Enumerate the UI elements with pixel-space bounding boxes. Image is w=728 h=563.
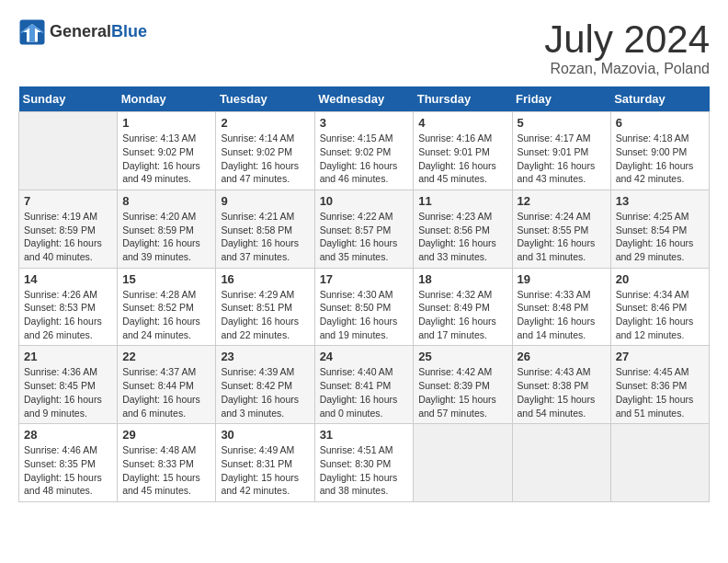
day-info: Sunrise: 4:36 AM Sunset: 8:45 PM Dayligh… <box>24 365 112 419</box>
calendar-cell: 2Sunrise: 4:14 AM Sunset: 9:02 PM Daylig… <box>216 112 314 190</box>
weekday-header-saturday: Saturday <box>610 86 709 112</box>
day-number: 18 <box>418 272 506 286</box>
day-info: Sunrise: 4:16 AM Sunset: 9:01 PM Dayligh… <box>418 132 506 186</box>
day-number: 13 <box>616 194 704 208</box>
day-number: 15 <box>122 272 210 286</box>
day-number: 3 <box>320 116 409 130</box>
calendar-cell: 27Sunrise: 4:45 AM Sunset: 8:36 PM Dayli… <box>610 346 709 424</box>
weekday-header-tuesday: Tuesday <box>216 86 314 112</box>
calendar-cell: 3Sunrise: 4:15 AM Sunset: 9:02 PM Daylig… <box>314 112 414 190</box>
calendar-cell: 26Sunrise: 4:43 AM Sunset: 8:38 PM Dayli… <box>512 346 610 424</box>
day-number: 9 <box>221 194 309 208</box>
calendar-cell <box>19 112 118 190</box>
calendar-week-5: 28Sunrise: 4:46 AM Sunset: 8:35 PM Dayli… <box>19 424 710 502</box>
day-number: 22 <box>122 350 210 363</box>
day-info: Sunrise: 4:42 AM Sunset: 8:39 PM Dayligh… <box>418 365 506 419</box>
day-info: Sunrise: 4:32 AM Sunset: 8:49 PM Dayligh… <box>418 288 506 342</box>
calendar-cell: 28Sunrise: 4:46 AM Sunset: 8:35 PM Dayli… <box>19 424 118 502</box>
title-section: July 2024 Rozan, Mazovia, Poland <box>544 18 710 77</box>
weekday-header-monday: Monday <box>118 86 216 112</box>
calendar-cell: 16Sunrise: 4:29 AM Sunset: 8:51 PM Dayli… <box>216 268 314 346</box>
day-number: 29 <box>122 428 210 442</box>
calendar-week-2: 7Sunrise: 4:19 AM Sunset: 8:59 PM Daylig… <box>19 190 710 268</box>
weekday-header-friday: Friday <box>512 86 610 112</box>
weekday-header-sunday: Sunday <box>19 86 118 112</box>
day-info: Sunrise: 4:43 AM Sunset: 8:38 PM Dayligh… <box>518 365 606 419</box>
calendar-cell: 22Sunrise: 4:37 AM Sunset: 8:44 PM Dayli… <box>118 346 216 424</box>
day-number: 17 <box>320 272 409 286</box>
calendar-cell: 1Sunrise: 4:13 AM Sunset: 9:02 PM Daylig… <box>118 112 216 190</box>
calendar-cell: 10Sunrise: 4:22 AM Sunset: 8:57 PM Dayli… <box>314 190 414 268</box>
day-info: Sunrise: 4:48 AM Sunset: 8:33 PM Dayligh… <box>122 443 210 498</box>
calendar-cell: 17Sunrise: 4:30 AM Sunset: 8:50 PM Dayli… <box>314 268 414 346</box>
day-info: Sunrise: 4:40 AM Sunset: 8:41 PM Dayligh… <box>320 365 409 419</box>
day-info: Sunrise: 4:39 AM Sunset: 8:42 PM Dayligh… <box>221 365 309 419</box>
calendar-cell: 24Sunrise: 4:40 AM Sunset: 8:41 PM Dayli… <box>314 346 414 424</box>
calendar-cell: 12Sunrise: 4:24 AM Sunset: 8:55 PM Dayli… <box>512 190 610 268</box>
day-number: 10 <box>320 194 409 208</box>
calendar-cell: 5Sunrise: 4:17 AM Sunset: 9:01 PM Daylig… <box>512 112 610 190</box>
calendar-cell: 18Sunrise: 4:32 AM Sunset: 8:49 PM Dayli… <box>414 268 512 346</box>
day-info: Sunrise: 4:30 AM Sunset: 8:50 PM Dayligh… <box>320 288 409 342</box>
logo-general: GeneralBlue <box>50 23 147 41</box>
calendar-cell: 13Sunrise: 4:25 AM Sunset: 8:54 PM Dayli… <box>610 190 709 268</box>
day-info: Sunrise: 4:20 AM Sunset: 8:59 PM Dayligh… <box>122 210 210 264</box>
weekday-header-thursday: Thursday <box>414 86 512 112</box>
day-number: 28 <box>24 428 112 442</box>
calendar-cell <box>414 424 512 502</box>
day-number: 1 <box>122 116 210 130</box>
day-number: 23 <box>221 350 309 363</box>
day-info: Sunrise: 4:21 AM Sunset: 8:58 PM Dayligh… <box>221 210 309 264</box>
day-number: 16 <box>221 272 309 286</box>
calendar-cell: 6Sunrise: 4:18 AM Sunset: 9:00 PM Daylig… <box>610 112 709 190</box>
day-number: 4 <box>418 116 506 130</box>
logo: GeneralBlue <box>18 18 147 46</box>
day-info: Sunrise: 4:34 AM Sunset: 8:46 PM Dayligh… <box>616 288 704 342</box>
calendar-cell: 11Sunrise: 4:23 AM Sunset: 8:56 PM Dayli… <box>414 190 512 268</box>
calendar-cell: 31Sunrise: 4:51 AM Sunset: 8:30 PM Dayli… <box>314 424 414 502</box>
day-info: Sunrise: 4:17 AM Sunset: 9:01 PM Dayligh… <box>518 132 606 186</box>
day-number: 21 <box>24 350 112 363</box>
day-info: Sunrise: 4:23 AM Sunset: 8:56 PM Dayligh… <box>418 210 506 264</box>
calendar-cell <box>610 424 709 502</box>
day-number: 31 <box>320 428 409 442</box>
calendar-cell: 30Sunrise: 4:49 AM Sunset: 8:31 PM Dayli… <box>216 424 314 502</box>
logo-icon <box>18 18 46 46</box>
calendar-cell: 19Sunrise: 4:33 AM Sunset: 8:48 PM Dayli… <box>512 268 610 346</box>
month-title: July 2024 <box>544 18 710 61</box>
calendar-cell: 8Sunrise: 4:20 AM Sunset: 8:59 PM Daylig… <box>118 190 216 268</box>
calendar-cell <box>512 424 610 502</box>
day-number: 5 <box>518 116 606 130</box>
day-number: 7 <box>24 194 112 208</box>
day-number: 6 <box>616 116 704 130</box>
weekday-header-row: SundayMondayTuesdayWednesdayThursdayFrid… <box>19 86 710 112</box>
weekday-header-wednesday: Wednesday <box>314 86 414 112</box>
day-info: Sunrise: 4:14 AM Sunset: 9:02 PM Dayligh… <box>221 132 309 186</box>
calendar-cell: 25Sunrise: 4:42 AM Sunset: 8:39 PM Dayli… <box>414 346 512 424</box>
calendar-week-1: 1Sunrise: 4:13 AM Sunset: 9:02 PM Daylig… <box>19 112 710 190</box>
day-info: Sunrise: 4:19 AM Sunset: 8:59 PM Dayligh… <box>24 210 112 264</box>
day-info: Sunrise: 4:33 AM Sunset: 8:48 PM Dayligh… <box>518 288 606 342</box>
day-info: Sunrise: 4:24 AM Sunset: 8:55 PM Dayligh… <box>518 210 606 264</box>
calendar-cell: 29Sunrise: 4:48 AM Sunset: 8:33 PM Dayli… <box>118 424 216 502</box>
day-info: Sunrise: 4:51 AM Sunset: 8:30 PM Dayligh… <box>320 443 409 498</box>
day-number: 14 <box>24 272 112 286</box>
day-info: Sunrise: 4:22 AM Sunset: 8:57 PM Dayligh… <box>320 210 409 264</box>
day-number: 24 <box>320 350 409 363</box>
day-info: Sunrise: 4:49 AM Sunset: 8:31 PM Dayligh… <box>221 443 309 498</box>
day-info: Sunrise: 4:45 AM Sunset: 8:36 PM Dayligh… <box>616 365 704 419</box>
day-number: 11 <box>418 194 506 208</box>
day-info: Sunrise: 4:28 AM Sunset: 8:52 PM Dayligh… <box>122 288 210 342</box>
day-number: 30 <box>221 428 309 442</box>
day-info: Sunrise: 4:15 AM Sunset: 9:02 PM Dayligh… <box>320 132 409 186</box>
calendar-week-4: 21Sunrise: 4:36 AM Sunset: 8:45 PM Dayli… <box>19 346 710 424</box>
location-subtitle: Rozan, Mazovia, Poland <box>544 61 710 77</box>
day-info: Sunrise: 4:26 AM Sunset: 8:53 PM Dayligh… <box>24 288 112 342</box>
page-header: GeneralBlue July 2024 Rozan, Mazovia, Po… <box>18 18 710 77</box>
day-number: 2 <box>221 116 309 130</box>
day-info: Sunrise: 4:46 AM Sunset: 8:35 PM Dayligh… <box>24 443 112 498</box>
calendar-cell: 14Sunrise: 4:26 AM Sunset: 8:53 PM Dayli… <box>19 268 118 346</box>
calendar-cell: 4Sunrise: 4:16 AM Sunset: 9:01 PM Daylig… <box>414 112 512 190</box>
calendar-table: SundayMondayTuesdayWednesdayThursdayFrid… <box>18 86 710 502</box>
day-info: Sunrise: 4:13 AM Sunset: 9:02 PM Dayligh… <box>122 132 210 186</box>
